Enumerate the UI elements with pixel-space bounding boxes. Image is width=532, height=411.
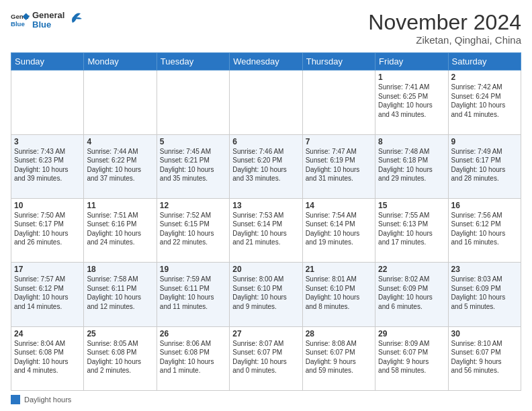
calendar-cell: 14Sunrise: 7:54 AM Sunset: 6:14 PM Dayli…: [302, 198, 375, 262]
calendar-cell: 19Sunrise: 7:59 AM Sunset: 6:11 PM Dayli…: [157, 263, 229, 326]
calendar-cell: 12Sunrise: 7:52 AM Sunset: 6:15 PM Dayli…: [157, 198, 229, 262]
col-thursday: Thursday: [302, 53, 375, 71]
day-info: Sunrise: 7:58 AM Sunset: 6:11 PM Dayligh…: [87, 275, 153, 311]
day-info: Sunrise: 8:00 AM Sunset: 6:10 PM Dayligh…: [232, 275, 299, 311]
calendar-cell: 1Sunrise: 7:41 AM Sunset: 6:25 PM Daylig…: [375, 71, 448, 134]
day-info: Sunrise: 8:05 AM Sunset: 6:08 PM Dayligh…: [87, 339, 153, 375]
calendar-cell: 15Sunrise: 7:55 AM Sunset: 6:13 PM Dayli…: [375, 198, 448, 262]
day-number: 16: [451, 201, 518, 210]
col-wednesday: Wednesday: [230, 53, 302, 71]
day-number: 20: [232, 265, 299, 274]
calendar-cell: 8Sunrise: 7:48 AM Sunset: 6:18 PM Daylig…: [375, 134, 448, 198]
calendar-cell: 20Sunrise: 8:00 AM Sunset: 6:10 PM Dayli…: [230, 263, 302, 326]
col-monday: Monday: [84, 53, 157, 71]
calendar-week-row: 24Sunrise: 8:04 AM Sunset: 6:08 PM Dayli…: [11, 326, 521, 390]
calendar-cell: 3Sunrise: 7:43 AM Sunset: 6:23 PM Daylig…: [11, 134, 84, 198]
day-number: 25: [87, 329, 153, 338]
calendar-cell: 17Sunrise: 7:57 AM Sunset: 6:12 PM Dayli…: [11, 263, 84, 326]
day-info: Sunrise: 8:01 AM Sunset: 6:10 PM Dayligh…: [306, 275, 372, 311]
day-number: 19: [160, 265, 226, 274]
day-number: 11: [87, 201, 153, 210]
calendar-cell: [230, 71, 302, 134]
calendar-cell: 29Sunrise: 8:09 AM Sunset: 6:07 PM Dayli…: [375, 326, 448, 390]
logo-blue: Blue: [32, 20, 64, 30]
calendar-cell: 11Sunrise: 7:51 AM Sunset: 6:16 PM Dayli…: [84, 198, 157, 262]
calendar-week-row: 10Sunrise: 7:50 AM Sunset: 6:17 PM Dayli…: [11, 198, 521, 262]
calendar-week-row: 3Sunrise: 7:43 AM Sunset: 6:23 PM Daylig…: [11, 134, 521, 198]
day-info: Sunrise: 7:53 AM Sunset: 6:14 PM Dayligh…: [232, 211, 299, 247]
location-subtitle: Ziketan, Qinghai, China: [368, 34, 521, 46]
day-number: 13: [232, 201, 299, 210]
day-number: 4: [87, 137, 153, 146]
day-number: 5: [160, 137, 226, 146]
calendar-cell: 5Sunrise: 7:45 AM Sunset: 6:21 PM Daylig…: [157, 134, 229, 198]
day-number: 30: [451, 329, 518, 338]
day-number: 27: [232, 329, 299, 338]
calendar-cell: 16Sunrise: 7:56 AM Sunset: 6:12 PM Dayli…: [448, 198, 521, 262]
day-info: Sunrise: 7:43 AM Sunset: 6:23 PM Dayligh…: [14, 147, 81, 183]
calendar-header-row: Sunday Monday Tuesday Wednesday Thursday…: [11, 53, 521, 71]
calendar-cell: 13Sunrise: 7:53 AM Sunset: 6:14 PM Dayli…: [230, 198, 302, 262]
calendar-week-row: 17Sunrise: 7:57 AM Sunset: 6:12 PM Dayli…: [11, 263, 521, 326]
logo-bird-icon: [67, 11, 82, 30]
day-number: 6: [232, 137, 299, 146]
day-number: 29: [378, 329, 445, 338]
day-info: Sunrise: 8:03 AM Sunset: 6:09 PM Dayligh…: [451, 275, 518, 311]
calendar-cell: 28Sunrise: 8:08 AM Sunset: 6:07 PM Dayli…: [302, 326, 375, 390]
calendar-cell: 22Sunrise: 8:02 AM Sunset: 6:09 PM Dayli…: [375, 263, 448, 326]
day-info: Sunrise: 7:45 AM Sunset: 6:21 PM Dayligh…: [160, 147, 226, 183]
day-info: Sunrise: 8:06 AM Sunset: 6:08 PM Dayligh…: [160, 339, 226, 375]
day-number: 22: [378, 265, 445, 274]
day-info: Sunrise: 7:55 AM Sunset: 6:13 PM Dayligh…: [378, 211, 445, 247]
logo: General Blue General Blue: [11, 11, 82, 30]
calendar-cell: 30Sunrise: 8:10 AM Sunset: 6:07 PM Dayli…: [448, 326, 521, 390]
day-number: 9: [451, 137, 518, 146]
calendar-cell: 21Sunrise: 8:01 AM Sunset: 6:10 PM Dayli…: [302, 263, 375, 326]
day-info: Sunrise: 7:57 AM Sunset: 6:12 PM Dayligh…: [14, 275, 81, 311]
day-number: 12: [160, 201, 226, 210]
calendar-cell: 2Sunrise: 7:42 AM Sunset: 6:24 PM Daylig…: [448, 71, 521, 134]
calendar-table: Sunday Monday Tuesday Wednesday Thursday…: [11, 52, 521, 391]
calendar-cell: 6Sunrise: 7:46 AM Sunset: 6:20 PM Daylig…: [230, 134, 302, 198]
col-friday: Friday: [375, 53, 448, 71]
legend: Daylight hours: [11, 395, 521, 404]
calendar-cell: 18Sunrise: 7:58 AM Sunset: 6:11 PM Dayli…: [84, 263, 157, 326]
calendar-cell: 25Sunrise: 8:05 AM Sunset: 6:08 PM Dayli…: [84, 326, 157, 390]
day-info: Sunrise: 8:04 AM Sunset: 6:08 PM Dayligh…: [14, 339, 81, 375]
day-info: Sunrise: 8:07 AM Sunset: 6:07 PM Dayligh…: [232, 339, 299, 375]
day-number: 2: [451, 73, 518, 82]
day-number: 7: [306, 137, 372, 146]
day-info: Sunrise: 7:48 AM Sunset: 6:18 PM Dayligh…: [378, 147, 445, 183]
day-info: Sunrise: 7:49 AM Sunset: 6:17 PM Dayligh…: [451, 147, 518, 183]
day-number: 15: [378, 201, 445, 210]
calendar-cell: 7Sunrise: 7:47 AM Sunset: 6:19 PM Daylig…: [302, 134, 375, 198]
calendar-cell: [157, 71, 229, 134]
day-number: 24: [14, 329, 81, 338]
col-tuesday: Tuesday: [157, 53, 229, 71]
title-section: November 2024 Ziketan, Qinghai, China: [368, 11, 521, 46]
day-info: Sunrise: 7:46 AM Sunset: 6:20 PM Dayligh…: [232, 147, 299, 183]
day-number: 3: [14, 137, 81, 146]
calendar-cell: 4Sunrise: 7:44 AM Sunset: 6:22 PM Daylig…: [84, 134, 157, 198]
col-saturday: Saturday: [448, 53, 521, 71]
day-info: Sunrise: 8:08 AM Sunset: 6:07 PM Dayligh…: [306, 339, 372, 375]
calendar-cell: [84, 71, 157, 134]
day-number: 28: [306, 329, 372, 338]
calendar-cell: 26Sunrise: 8:06 AM Sunset: 6:08 PM Dayli…: [157, 326, 229, 390]
day-number: 23: [451, 265, 518, 274]
day-info: Sunrise: 8:09 AM Sunset: 6:07 PM Dayligh…: [378, 339, 445, 375]
day-number: 1: [378, 73, 445, 82]
calendar-cell: 9Sunrise: 7:49 AM Sunset: 6:17 PM Daylig…: [448, 134, 521, 198]
day-number: 14: [306, 201, 372, 210]
calendar-cell: 23Sunrise: 8:03 AM Sunset: 6:09 PM Dayli…: [448, 263, 521, 326]
day-info: Sunrise: 7:47 AM Sunset: 6:19 PM Dayligh…: [306, 147, 372, 183]
col-sunday: Sunday: [11, 53, 84, 71]
day-info: Sunrise: 7:52 AM Sunset: 6:15 PM Dayligh…: [160, 211, 226, 247]
calendar-cell: [302, 71, 375, 134]
month-title: November 2024: [368, 11, 521, 34]
day-info: Sunrise: 7:44 AM Sunset: 6:22 PM Dayligh…: [87, 147, 153, 183]
day-info: Sunrise: 7:59 AM Sunset: 6:11 PM Dayligh…: [160, 275, 226, 311]
day-info: Sunrise: 8:10 AM Sunset: 6:07 PM Dayligh…: [451, 339, 518, 375]
day-info: Sunrise: 7:51 AM Sunset: 6:16 PM Dayligh…: [87, 211, 153, 247]
header: General Blue General Blue November 2024 …: [11, 11, 521, 46]
